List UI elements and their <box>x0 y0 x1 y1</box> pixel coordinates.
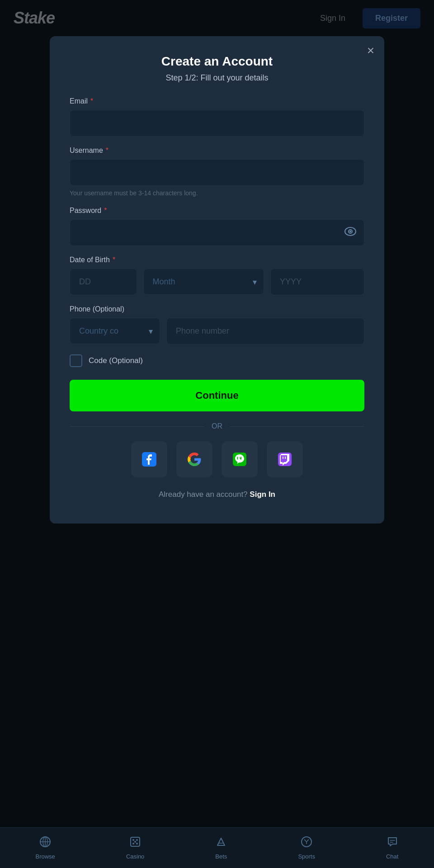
casino-label: Casino <box>126 853 144 860</box>
bets-icon <box>215 836 227 850</box>
line-icon <box>233 453 246 466</box>
dob-row: Month JanuaryFebruaryMarchAprilMayJuneJu… <box>70 269 364 295</box>
code-checkbox[interactable] <box>70 354 82 367</box>
toggle-password-button[interactable] <box>344 227 356 239</box>
email-required: * <box>90 97 93 105</box>
svg-point-9 <box>132 839 134 841</box>
browse-label: Browse <box>36 853 55 860</box>
bottom-nav-casino[interactable]: Casino <box>126 836 144 860</box>
bottom-nav-bets[interactable]: Bets <box>215 836 227 860</box>
phone-country-select[interactable]: Country co <box>70 318 160 344</box>
password-input[interactable] <box>70 219 364 246</box>
svg-point-12 <box>136 843 138 844</box>
dob-day-input[interactable] <box>70 269 137 295</box>
modal-wrapper: × Create an Account Step 1/2: Fill out y… <box>50 36 384 524</box>
phone-row: Country co ▾ <box>70 318 364 344</box>
line-login-button[interactable] <box>222 441 258 477</box>
bottom-nav-browse[interactable]: Browse <box>36 836 55 860</box>
password-required: * <box>104 207 107 215</box>
eye-icon <box>344 227 356 236</box>
modal-title: Create an Account <box>70 54 364 69</box>
dob-year-wrapper <box>270 269 364 295</box>
continue-button[interactable]: Continue <box>70 380 364 411</box>
browse-icon <box>39 836 51 850</box>
email-label: Email * <box>70 97 364 105</box>
dob-year-input[interactable] <box>270 269 364 295</box>
chat-label: Chat <box>386 853 398 860</box>
casino-icon <box>129 836 141 850</box>
bets-label: Bets <box>215 853 227 860</box>
code-checkbox-row: Code (Optional) <box>70 354 364 367</box>
phone-country-wrapper: Country co ▾ <box>70 318 160 344</box>
dob-month-wrapper: Month JanuaryFebruaryMarchAprilMayJuneJu… <box>143 269 264 295</box>
username-hint: Your username must be 3-14 characters lo… <box>70 189 364 197</box>
phone-number-input[interactable] <box>166 318 364 344</box>
chat-icon <box>387 836 398 850</box>
svg-point-10 <box>136 839 138 841</box>
or-divider: OR <box>70 422 364 430</box>
bottom-nav-sports[interactable]: Sports <box>298 836 315 860</box>
bottom-nav-chat[interactable]: Chat <box>386 836 398 860</box>
svg-point-13 <box>134 841 136 843</box>
google-login-button[interactable] <box>176 441 212 477</box>
bottom-nav: Browse Casino Bets <box>0 827 434 868</box>
or-line-left <box>70 426 204 427</box>
twitch-login-button[interactable] <box>267 441 303 477</box>
modal-subtitle: Step 1/2: Fill out your details <box>70 73 364 83</box>
signin-link[interactable]: Sign In <box>250 490 275 499</box>
username-label: Username * <box>70 146 364 155</box>
sports-icon <box>301 836 312 850</box>
dob-required: * <box>113 256 115 264</box>
username-required: * <box>106 146 108 155</box>
phone-field-group: Phone (Optional) Country co ▾ <box>70 305 364 344</box>
svg-point-11 <box>132 843 134 844</box>
modal: × Create an Account Step 1/2: Fill out y… <box>50 36 384 524</box>
google-icon <box>188 453 201 466</box>
social-row <box>70 441 364 477</box>
dob-month-select[interactable]: Month JanuaryFebruaryMarchAprilMayJuneJu… <box>143 269 264 295</box>
svg-point-2 <box>349 231 351 232</box>
username-field-group: Username * Your username must be 3-14 ch… <box>70 146 364 197</box>
password-wrapper <box>70 219 364 246</box>
sports-label: Sports <box>298 853 315 860</box>
phone-label: Phone (Optional) <box>70 305 364 313</box>
dob-day-wrapper <box>70 269 137 295</box>
dob-label: Date of Birth * <box>70 256 364 264</box>
phone-number-wrapper <box>166 318 364 344</box>
close-button[interactable]: × <box>367 44 374 57</box>
facebook-icon <box>142 452 156 467</box>
email-field-group: Email * <box>70 97 364 137</box>
or-line-right <box>230 426 364 427</box>
or-text: OR <box>212 422 222 430</box>
username-input[interactable] <box>70 159 364 186</box>
email-input[interactable] <box>70 110 364 137</box>
password-field-group: Password * <box>70 207 364 246</box>
dob-field-group: Date of Birth * Month JanuaryFebruaryMar… <box>70 256 364 295</box>
twitch-icon <box>278 453 292 466</box>
code-checkbox-label[interactable]: Code (Optional) <box>89 356 143 365</box>
facebook-login-button[interactable] <box>131 441 167 477</box>
signin-prompt: Already have an account? Sign In <box>70 490 364 499</box>
password-label: Password * <box>70 207 364 215</box>
